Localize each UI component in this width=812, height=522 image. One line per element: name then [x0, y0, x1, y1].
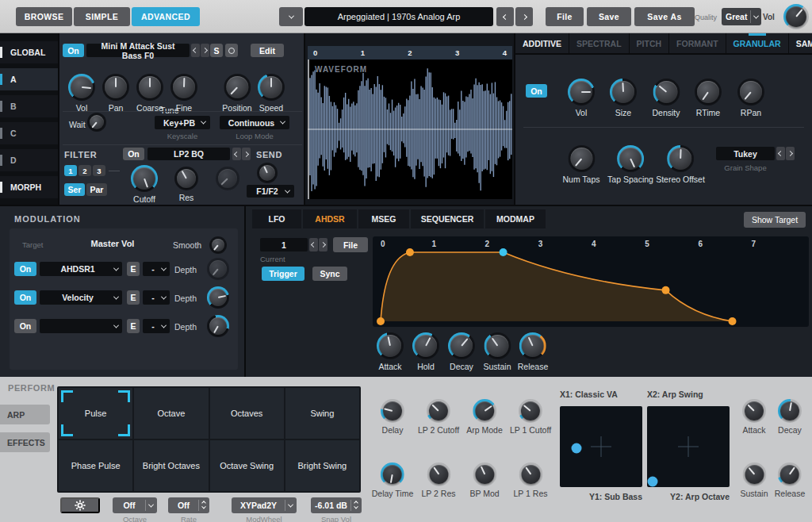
granular-size-knob[interactable]: [610, 79, 637, 106]
tab-modmap[interactable]: MODMAP: [485, 209, 546, 228]
mod-row-2-depth-knob[interactable]: [207, 286, 229, 309]
filter-next-button[interactable]: [242, 148, 251, 160]
arp-settings-button[interactable]: [60, 497, 100, 513]
octave-dropdown[interactable]: Off: [113, 497, 157, 513]
macro-lp1-res-knob[interactable]: [519, 463, 542, 486]
send-dest-dropdown[interactable]: F1/F2: [247, 185, 294, 198]
sidebar-item-d[interactable]: D: [0, 149, 58, 171]
filter-type-field[interactable]: LP2 BQ: [147, 148, 230, 160]
tab-formant[interactable]: FORMANT: [669, 33, 726, 53]
mod-row-2-modifier-dropdown[interactable]: -: [143, 290, 170, 305]
keyscale-dropdown[interactable]: Key+PB: [155, 116, 210, 129]
pad-octave[interactable]: Octave: [134, 388, 208, 439]
source-pan-knob[interactable]: [102, 74, 129, 101]
save-button[interactable]: Save: [587, 7, 631, 26]
filter-serial-button[interactable]: Ser: [64, 183, 85, 196]
sidebar-item-morph[interactable]: MORPH: [0, 176, 58, 198]
xy-pad-1[interactable]: [560, 406, 642, 487]
granular-stereooffset-knob[interactable]: [667, 145, 694, 172]
xy1-dot[interactable]: [571, 443, 581, 454]
pad-swing[interactable]: Swing: [285, 388, 359, 439]
tab-simple[interactable]: SIMPLE: [74, 7, 130, 26]
granular-rtime-knob[interactable]: [695, 79, 722, 106]
source-next-button[interactable]: [201, 44, 209, 57]
mod-row-2-on-button[interactable]: On: [14, 290, 36, 305]
xy-pad-2[interactable]: [647, 406, 730, 487]
granular-rpan-knob[interactable]: [737, 79, 764, 106]
ahdsr-decay-knob[interactable]: [448, 332, 475, 359]
macro-delay-time-knob[interactable]: [381, 463, 404, 486]
tab-lfo[interactable]: LFO: [252, 209, 301, 228]
source-fine-knob[interactable]: [170, 74, 197, 101]
source-speed-knob[interactable]: [258, 74, 285, 101]
ahdsr-release-knob[interactable]: [519, 332, 546, 359]
file-button[interactable]: File: [546, 7, 584, 26]
granular-on-button[interactable]: On: [526, 84, 547, 98]
sidebar-item-c[interactable]: C: [0, 122, 58, 144]
sidebar-item-a[interactable]: A: [0, 68, 58, 90]
macro-lp1-cutoff-knob[interactable]: [519, 399, 542, 423]
source-loop-button[interactable]: [225, 44, 238, 57]
snap-vol-stepper[interactable]: -6.01 dB: [311, 497, 362, 513]
mod-row-1-depth-knob[interactable]: [207, 258, 229, 280]
save-as-button[interactable]: Save As: [634, 7, 695, 26]
filter-slot-2[interactable]: 2: [79, 165, 91, 176]
grain-shape-field[interactable]: Tukey: [716, 147, 775, 160]
mod-row-1-on-button[interactable]: On: [14, 262, 36, 276]
perform-sustain-knob[interactable]: [742, 463, 766, 486]
envelope-file-button[interactable]: File: [333, 237, 368, 252]
macro-lp2-cutoff-knob[interactable]: [427, 399, 450, 423]
filter-slot-1[interactable]: 1: [64, 165, 77, 176]
tab-pitch[interactable]: PITCH: [630, 33, 670, 53]
mod-row-2-e-button[interactable]: E: [127, 290, 140, 305]
perform-release-knob[interactable]: [778, 463, 802, 486]
source-position-knob[interactable]: [224, 74, 251, 101]
source-vol-knob[interactable]: [68, 74, 95, 101]
preset-prev-button[interactable]: [496, 7, 514, 26]
ahdsr-envelope-svg[interactable]: 01234567: [373, 236, 809, 327]
source-on-button[interactable]: On: [63, 44, 84, 57]
preset-next-button[interactable]: [515, 7, 533, 26]
tab-ahdsr[interactable]: AHDSR: [303, 209, 357, 228]
xy2-dot[interactable]: [648, 476, 658, 486]
macro-bp-mod-knob[interactable]: [473, 463, 496, 486]
granular-density-knob[interactable]: [653, 79, 680, 106]
tab-sampler[interactable]: SAMPLER: [789, 33, 812, 53]
mod-row-2-source-dropdown[interactable]: Velocity: [40, 290, 122, 305]
mod-row-3-e-button[interactable]: E: [127, 319, 140, 333]
ahdsr-sustain-knob[interactable]: [484, 332, 511, 359]
macro-lp2-res-knob[interactable]: [427, 463, 450, 486]
grain-shape-prev-button[interactable]: [776, 147, 785, 160]
trigger-button[interactable]: Trigger: [262, 267, 304, 281]
mod-row-3-modifier-dropdown[interactable]: -: [143, 319, 170, 333]
preset-name[interactable]: Arpeggiated | 1970s Analog Arp: [304, 7, 493, 26]
filter-res-knob[interactable]: [174, 167, 198, 190]
pad-octaves[interactable]: Octaves: [210, 388, 284, 439]
tab-sequencer[interactable]: SEQUENCER: [411, 209, 484, 228]
smooth-knob[interactable]: [209, 236, 227, 254]
granular-vol-knob[interactable]: [568, 79, 595, 106]
pad-bright-swing[interactable]: Bright Swing: [285, 440, 359, 491]
tab-advanced[interactable]: ADVANCED: [132, 7, 200, 26]
macro-arp-mode-knob[interactable]: [473, 399, 496, 423]
filter-prev-button[interactable]: [232, 148, 241, 160]
master-vol-knob[interactable]: [783, 4, 809, 29]
tab-browse[interactable]: BROWSE: [16, 7, 72, 26]
filter-cutoff-knob[interactable]: [131, 165, 158, 192]
sidebar-item-global[interactable]: GLOBAL: [0, 41, 58, 63]
pad-octave-swing[interactable]: Octave Swing: [210, 440, 284, 491]
ahdsr-hold-knob[interactable]: [412, 332, 439, 359]
granular-tapspacing-knob[interactable]: [617, 145, 644, 172]
target-value[interactable]: Master Vol: [79, 239, 146, 248]
source-name-field[interactable]: Mini M Attack Sust Bass F0: [86, 44, 190, 57]
sidebar-item-effects[interactable]: EFFECTS: [0, 432, 50, 452]
pad-pulse[interactable]: Pulse: [59, 388, 132, 439]
modwheel-dropdown[interactable]: XYPad2Y: [232, 497, 297, 513]
mod-row-1-e-button[interactable]: E: [127, 262, 140, 276]
loop-mode-dropdown[interactable]: Continuous: [220, 116, 289, 129]
macro-delay-knob[interactable]: [381, 399, 404, 423]
sync-button[interactable]: Sync: [312, 267, 347, 281]
tab-mseg[interactable]: MSEG: [358, 209, 409, 228]
show-target-button[interactable]: Show Target: [744, 212, 806, 228]
sidebar-item-arp[interactable]: ARP: [0, 405, 50, 424]
